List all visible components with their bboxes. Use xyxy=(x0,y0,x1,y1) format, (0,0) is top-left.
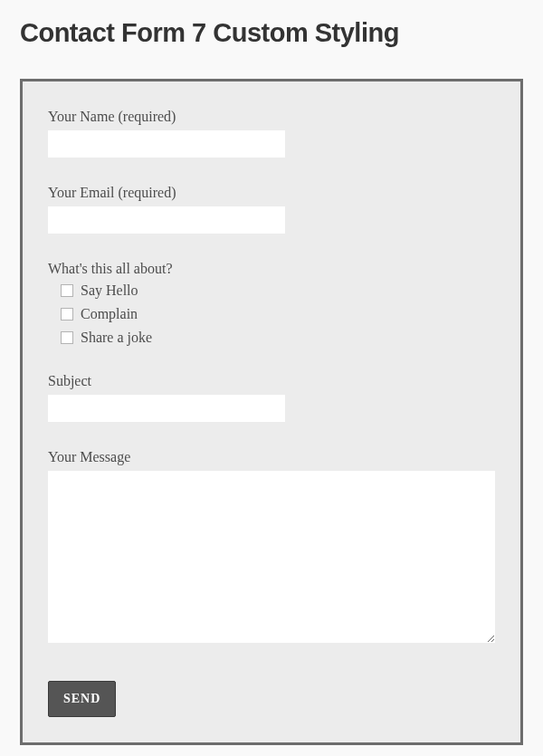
topic-checkbox-say-hello[interactable] xyxy=(61,284,73,297)
page-title: Contact Form 7 Custom Styling xyxy=(20,18,523,48)
topic-option-row: Share a joke xyxy=(61,330,495,346)
topic-checkbox-complain[interactable] xyxy=(61,308,73,321)
subject-label: Subject xyxy=(48,373,495,389)
send-button[interactable]: SEND xyxy=(48,681,116,717)
contact-form: Your Name (required) Your Email (require… xyxy=(20,79,523,745)
email-label: Your Email (required) xyxy=(48,185,495,201)
name-field-group: Your Name (required) xyxy=(48,109,495,158)
topic-checkbox-share-joke[interactable] xyxy=(61,331,73,344)
topic-checkbox-list: Say Hello Complain Share a joke xyxy=(61,282,495,346)
message-textarea[interactable] xyxy=(48,471,495,643)
message-field-group: Your Message xyxy=(48,449,495,646)
topic-checkbox-label[interactable]: Share a joke xyxy=(81,330,152,346)
topic-field-group: What's this all about? Say Hello Complai… xyxy=(48,261,495,346)
message-label: Your Message xyxy=(48,449,495,465)
topic-option-row: Complain xyxy=(61,306,495,322)
name-label: Your Name (required) xyxy=(48,109,495,125)
email-field-group: Your Email (required) xyxy=(48,185,495,234)
topic-checkbox-label[interactable]: Say Hello xyxy=(81,282,138,299)
name-input[interactable] xyxy=(48,130,285,158)
topic-checkbox-label[interactable]: Complain xyxy=(81,306,138,322)
subject-input[interactable] xyxy=(48,395,285,422)
topic-option-row: Say Hello xyxy=(61,282,495,299)
email-input[interactable] xyxy=(48,206,285,234)
topic-label: What's this all about? xyxy=(48,261,495,277)
subject-field-group: Subject xyxy=(48,373,495,422)
